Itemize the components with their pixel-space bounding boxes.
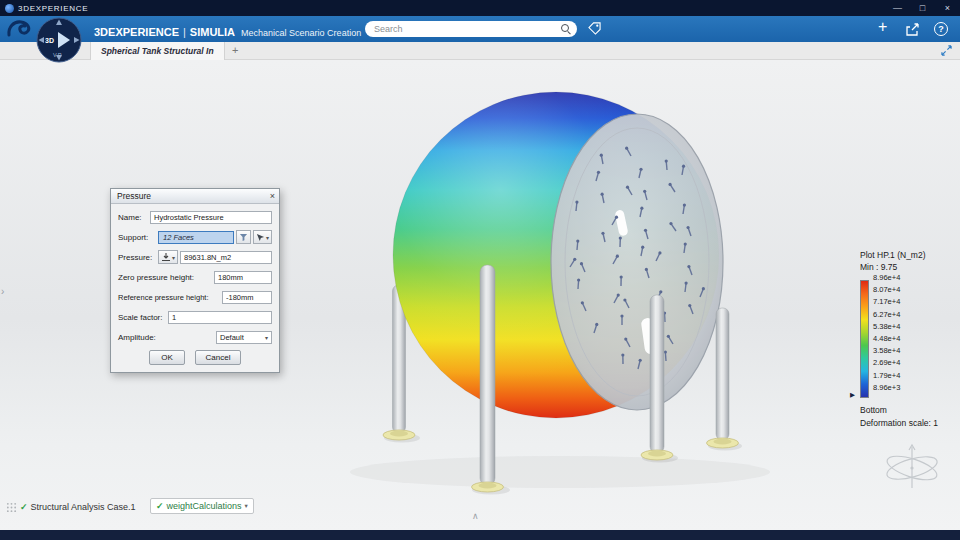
amplitude-value: Default (220, 333, 265, 342)
legend-min: Min : 9.75 (860, 262, 897, 272)
zero-height-field[interactable] (214, 271, 272, 284)
ref-height-label: Reference pressure height: (118, 293, 208, 302)
legend-tick: 8.96e+4 (873, 273, 900, 282)
new-tab-button[interactable]: + (232, 44, 238, 56)
ref-height-field[interactable] (222, 291, 272, 304)
window-title: 3DEXPERIENCE (18, 4, 88, 13)
cancel-button[interactable]: Cancel (195, 350, 241, 365)
window-controls: — □ × (885, 0, 960, 16)
module-name: Mechanical Scenario Creation (241, 28, 361, 38)
tab-title: Spherical Tank Structural In (101, 46, 214, 56)
tab-spherical-tank[interactable]: Spherical Tank Structural In (90, 42, 225, 60)
chevron-down-icon: ▾ (266, 234, 269, 241)
chevron-down-icon: ▾ (245, 502, 248, 510)
contour-legend: Plot HP.1 (N_m2) Min : 9.75 8.96e+48.07e… (846, 250, 958, 436)
support-filter-button[interactable] (236, 230, 251, 244)
tab-bar: Spherical Tank Structural In + (0, 42, 960, 60)
dialog-close-icon[interactable]: × (270, 192, 275, 201)
scale-factor-field[interactable] (168, 311, 272, 324)
analysis-case-chip[interactable]: ✓ Structural Analysis Case.1 (6, 499, 136, 515)
mesh-icon (6, 502, 17, 513)
compass-3d-label: 3D (45, 37, 54, 44)
viewport-expand-icon[interactable] (941, 45, 952, 56)
bottom-panel-chevron[interactable]: ∧ (472, 511, 479, 521)
legend-min-marker-icon: ▶ (850, 391, 855, 399)
minimize-button[interactable]: — (885, 0, 910, 16)
search-box[interactable] (365, 21, 577, 37)
chevron-down-icon: ▾ (265, 334, 268, 341)
brand-simulia: SIMULIA (190, 26, 235, 38)
legend-title: Plot HP.1 (N_m2) (860, 250, 926, 260)
chevron-down-icon: ▾ (172, 254, 175, 261)
footer-bar (0, 530, 960, 540)
legend-bottom-label: Bottom (860, 405, 887, 415)
search-input[interactable] (374, 24, 561, 34)
support-label: Support: (118, 233, 148, 242)
pressure-type-combo[interactable]: ▾ (158, 250, 178, 264)
legend-tick: 4.48e+4 (873, 334, 900, 343)
legend-tick: 2.69e+4 (873, 358, 900, 367)
legend-tick: 5.38e+4 (873, 322, 900, 331)
weight-label: weightCalculations (167, 501, 242, 511)
brand-title: 3DEXPERIENCE|SIMULIAMechanical Scenario … (94, 22, 361, 40)
tag-icon[interactable] (588, 22, 601, 35)
dialog-buttons: OK Cancel (118, 350, 272, 365)
compass-version-label: V.R (53, 52, 62, 58)
dassault-logo-icon (6, 19, 34, 39)
pressure-dialog[interactable]: Pressure × Name: Support: 12 Faces ▾ Pre… (110, 188, 280, 373)
pressure-value-field[interactable] (180, 251, 272, 264)
brand-3dexperience: 3DEXPERIENCE (94, 26, 179, 38)
pressure-row: Pressure: ▾ (118, 250, 272, 264)
legend-tick: 8.96e+3 (873, 383, 900, 392)
scale-factor-label: Scale factor: (118, 313, 162, 322)
maximize-button[interactable]: □ (910, 0, 935, 16)
add-content-button[interactable]: + (878, 18, 887, 36)
legend-tick: 1.79e+4 (873, 371, 900, 380)
dialog-titlebar[interactable]: Pressure × (111, 189, 279, 204)
support-row: Support: 12 Faces ▾ (118, 230, 272, 244)
support-select-button[interactable]: ▾ (253, 230, 272, 244)
ref-height-row: Reference pressure height: (118, 290, 272, 304)
legend-tick: 7.17e+4 (873, 297, 900, 306)
scale-factor-row: Scale factor: (118, 310, 272, 324)
legend-tick: 3.58e+4 (873, 346, 900, 355)
dialog-body: Name: Support: 12 Faces ▾ Pressure: (111, 204, 279, 372)
name-row: Name: (118, 210, 272, 224)
amplitude-label: Amplitude: (118, 333, 156, 342)
app-globe-icon (5, 4, 14, 13)
case-check-icon: ✓ (20, 502, 28, 512)
left-panel-chevron[interactable]: › (1, 286, 4, 297)
legend-tick-labels: 8.96e+48.07e+47.17e+46.27e+45.38e+44.48e… (873, 273, 933, 408)
pressure-arrow-icon (161, 252, 171, 262)
3dexperience-compass[interactable]: 3D V.R (36, 17, 82, 63)
cursor-icon (256, 233, 265, 242)
support-field[interactable]: 12 Faces (158, 231, 234, 244)
ok-button[interactable]: OK (149, 350, 185, 365)
cutaway-section (551, 114, 723, 410)
help-button[interactable]: ? (934, 22, 948, 36)
ground-shadow (350, 456, 770, 488)
zero-height-label: Zero pressure height: (118, 273, 194, 282)
share-icon[interactable] (906, 23, 920, 36)
filter-icon (239, 233, 248, 242)
weight-calculations-chip[interactable]: ✓ weightCalculations ▾ (150, 498, 254, 514)
name-label: Name: (118, 213, 142, 222)
app-header: 3DEXPERIENCE|SIMULIAMechanical Scenario … (0, 16, 960, 42)
legend-colorbar (860, 280, 869, 398)
window-titlebar: 3DEXPERIENCE — □ × (0, 0, 960, 16)
amplitude-dropdown[interactable]: Default ▾ (216, 331, 272, 344)
zero-height-row: Zero pressure height: (118, 270, 272, 284)
pressure-label: Pressure: (118, 253, 152, 262)
name-field[interactable] (150, 211, 272, 224)
dialog-title: Pressure (117, 191, 151, 201)
case-label: Structural Analysis Case.1 (31, 502, 136, 512)
amplitude-row: Amplitude: Default ▾ (118, 330, 272, 344)
legend-tick: 8.07e+4 (873, 285, 900, 294)
close-button[interactable]: × (935, 0, 960, 16)
legend-tick: 6.27e+4 (873, 310, 900, 319)
weight-check-icon: ✓ (156, 501, 164, 511)
brand-divider: | (183, 26, 186, 38)
legend-deformation-label: Deformation scale: 1 (860, 418, 938, 428)
search-icon[interactable] (561, 24, 571, 34)
